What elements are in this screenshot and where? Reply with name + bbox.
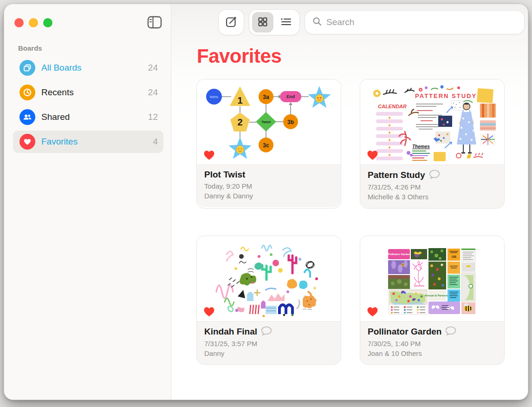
board-thumbnail — [197, 236, 341, 321]
svg-text:End: End — [286, 94, 295, 99]
svg-text:Annual & Perennial: Annual & Perennial — [424, 294, 450, 297]
moodboard-art: PATTERN STUDY CALENDAR — [360, 79, 504, 164]
board-collaborators: Danny — [204, 348, 333, 358]
svg-text:2: 2 — [237, 117, 242, 127]
list-view-icon — [280, 16, 292, 29]
board-card-kindah-final[interactable]: Kindah Final 7/31/25, 3:57 PM Danny — [197, 236, 341, 365]
comments-icon — [445, 326, 456, 337]
minimize-window-button[interactable] — [29, 18, 38, 27]
sidebar-item-count: 24 — [148, 63, 158, 73]
board-date: 7/30/25, 1:40 PM — [368, 339, 497, 348]
sidebar-item-label: Recents — [41, 87, 74, 98]
svg-text:3c: 3c — [263, 142, 269, 149]
sidebar: Boards All Boards 24 — [4, 4, 171, 400]
doodle-art — [197, 236, 341, 321]
favorite-heart-icon — [203, 150, 215, 160]
board-date: 7/31/25, 4:26 PM — [368, 182, 497, 192]
sidebar-item-count: 24 — [148, 87, 158, 98]
svg-text:Twist: Twist — [261, 120, 271, 124]
collage-art: Pollinator Garden — [360, 236, 504, 321]
sidebar-item-favorites[interactable]: Favorites 4 — [13, 131, 163, 153]
heart-eyes-emoji — [316, 95, 324, 103]
zoom-window-button[interactable] — [43, 18, 52, 27]
board-thumbnail: PATTERN STUDY CALENDAR — [360, 79, 504, 164]
view-switcher — [249, 10, 299, 35]
comments-icon — [261, 326, 272, 337]
people-icon — [19, 109, 35, 125]
svg-text:Themes: Themes — [412, 144, 430, 149]
new-board-button[interactable] — [219, 10, 244, 35]
svg-text:Pollinator Garden: Pollinator Garden — [388, 253, 410, 256]
board-title: Pollinator Garden — [368, 327, 441, 337]
clock-icon — [19, 85, 35, 100]
svg-text:106: 106 — [451, 255, 456, 258]
svg-text:CALENDAR: CALENDAR — [378, 104, 407, 109]
board-date: 7/31/25, 3:57 PM — [204, 339, 333, 348]
svg-text:3a: 3a — [263, 94, 269, 100]
sidebar-item-label: Shared — [41, 112, 70, 122]
freeform-window: Boards All Boards 24 — [4, 4, 528, 400]
toolbar — [171, 4, 528, 35]
search-input[interactable] — [326, 17, 517, 27]
window-controls — [14, 18, 52, 27]
board-info: Plot Twist Today, 9:20 PM Danny & Danny — [197, 164, 341, 207]
board-title: Kindah Final — [204, 327, 257, 337]
search-field[interactable] — [305, 11, 524, 34]
sidebar-item-shared[interactable]: Shared 12 — [13, 106, 163, 128]
board-info: Kindah Final 7/31/25, 3:57 PM Danny — [197, 321, 341, 365]
board-thumbnail: Pollinator Garden — [360, 236, 504, 321]
board-card-pattern-study[interactable]: PATTERN STUDY CALENDAR — [360, 79, 504, 208]
board-collaborators: Danny & Danny — [204, 191, 333, 201]
sidebar-icon — [147, 24, 162, 31]
comments-icon — [429, 170, 440, 181]
list-view-button[interactable] — [275, 12, 297, 33]
new-board-icon — [225, 16, 237, 29]
search-icon — [312, 17, 322, 28]
svg-text:3b: 3b — [287, 119, 294, 125]
board-thumbnail: Intro 1 3a End — [197, 79, 341, 164]
grid-view-button[interactable] — [252, 12, 273, 33]
svg-text:Intro: Intro — [210, 95, 218, 99]
board-info: Pollinator Garden 7/30/25, 1:40 PM Joan … — [360, 321, 504, 365]
board-date: Today, 9:20 PM — [204, 181, 333, 191]
svg-text:PATTERN STUDY: PATTERN STUDY — [415, 92, 477, 99]
sidebar-item-count: 12 — [148, 112, 158, 122]
grid-view-icon — [257, 16, 268, 29]
board-card-pollinator-garden[interactable]: Pollinator Garden — [360, 236, 504, 365]
sidebar-item-all-boards[interactable]: All Boards 24 — [13, 57, 163, 79]
sidebar-item-label: All Boards — [41, 63, 82, 73]
relieved-emoji — [236, 146, 244, 154]
titlebar — [4, 4, 171, 34]
board-collaborators: Michelle & 3 Others — [368, 192, 497, 202]
sidebar-section-title: Boards — [18, 44, 171, 52]
sidebar-nav: All Boards 24 Recents 24 — [4, 57, 171, 155]
favorite-heart-icon — [203, 306, 215, 317]
board-card-plot-twist[interactable]: Intro 1 3a End — [197, 79, 341, 208]
close-window-button[interactable] — [14, 18, 24, 27]
sidebar-item-recents[interactable]: Recents 24 — [13, 81, 163, 104]
svg-text:1: 1 — [237, 95, 242, 105]
board-info: Pattern Study 7/31/25, 4:26 PM Michelle … — [360, 164, 504, 208]
board-grid: Intro 1 3a End — [197, 79, 528, 364]
sidebar-item-label: Favorites — [41, 137, 78, 147]
flowchart-art: Intro 1 3a End — [197, 79, 341, 164]
favorite-heart-icon — [367, 150, 378, 160]
main-content: Favorites — [171, 4, 528, 400]
board-title: Plot Twist — [204, 170, 245, 180]
board-collaborators: Joan & 10 Others — [368, 348, 497, 358]
heart-icon — [19, 134, 35, 150]
toggle-sidebar-button[interactable] — [147, 15, 162, 29]
board-title: Pattern Study — [368, 170, 425, 180]
boards-icon — [19, 60, 35, 76]
page-title: Favorites — [197, 45, 528, 67]
favorite-heart-icon — [367, 306, 378, 317]
sidebar-item-count: 4 — [153, 137, 158, 147]
